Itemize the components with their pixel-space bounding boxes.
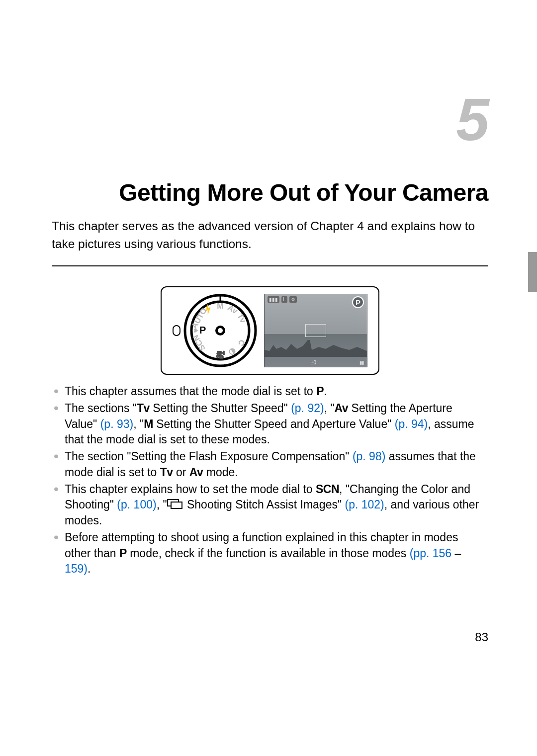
dial-notch-icon xyxy=(173,325,180,336)
page-ref-link[interactable]: (p. 100) xyxy=(117,498,156,511)
tv-mode-icon: Tv xyxy=(137,402,150,415)
lcd-mode-badge: P xyxy=(352,296,364,308)
side-tab-marker xyxy=(528,252,537,292)
page-ref-link[interactable]: (p. 92) xyxy=(291,402,324,415)
av-mode-icon: Av xyxy=(189,466,203,479)
page-number: 83 xyxy=(475,630,488,644)
camera-lcd-preview: ▮▮▮L⚙ P ±0 ▦ xyxy=(264,294,367,367)
page-ref-link[interactable]: (p. 102) xyxy=(345,498,384,511)
document-page: 5 Getting More Out of Your Camera This c… xyxy=(0,0,537,577)
stitch-assist-icon xyxy=(167,499,184,510)
note-item: This chapter explains how to set the mod… xyxy=(52,482,484,529)
p-mode-icon: P xyxy=(119,547,127,560)
chapter-number: 5 xyxy=(52,89,488,149)
note-item: The section "Setting the Flash Exposure … xyxy=(52,449,484,480)
note-item: Before attempting to shoot using a funct… xyxy=(52,530,484,577)
lcd-focus-frame xyxy=(305,324,326,337)
mode-dial-figure: M Av Tv C ⚡ AUTO ♥ SCN 🎥 ◐ P xyxy=(161,286,379,375)
page-ref-link[interactable]: 159) xyxy=(65,562,88,575)
svg-text:🎥: 🎥 xyxy=(215,350,225,360)
lcd-bottom-bar: ±0 ▦ xyxy=(265,360,367,365)
chapter-notes-list: This chapter assumes that the mode dial … xyxy=(52,384,488,577)
mode-dial-icon: M Av Tv C ⚡ AUTO ♥ SCN 🎥 ◐ P xyxy=(183,294,257,367)
note-item: The sections "Tv Setting the Shutter Spe… xyxy=(52,401,484,448)
chapter-intro: This chapter serves as the advanced vers… xyxy=(52,217,488,252)
dial-wrap: M Av Tv C ⚡ AUTO ♥ SCN 🎥 ◐ P xyxy=(173,294,257,367)
lcd-skyline-photo xyxy=(265,340,367,357)
note-item: This chapter assumes that the mode dial … xyxy=(52,384,484,400)
svg-text:♥: ♥ xyxy=(191,328,200,333)
svg-point-14 xyxy=(218,328,223,333)
chapter-title: Getting More Out of Your Camera xyxy=(52,179,488,206)
page-ref-link[interactable]: (p. 94) xyxy=(395,418,428,430)
dial-selected-label: P xyxy=(199,325,206,336)
page-ref-link[interactable]: (p. 98) xyxy=(353,450,385,463)
tv-mode-icon: Tv xyxy=(160,466,173,479)
m-mode-icon: M xyxy=(144,418,153,430)
page-ref-link[interactable]: (pp. 156 xyxy=(410,547,451,560)
section-divider xyxy=(52,265,488,266)
page-ref-link[interactable]: (p. 93) xyxy=(100,418,133,430)
av-mode-icon: Av xyxy=(335,402,349,415)
scn-mode-icon: SCN xyxy=(316,483,339,496)
svg-text:M: M xyxy=(217,302,223,310)
lcd-status-icons: ▮▮▮L⚙ xyxy=(268,296,297,303)
p-mode-icon: P xyxy=(316,385,324,398)
